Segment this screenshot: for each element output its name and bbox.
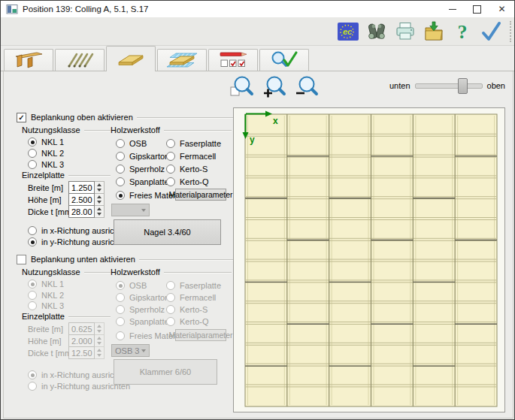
- zoom-toolbar: [229, 75, 320, 99]
- search-button[interactable]: [365, 20, 389, 44]
- maximize-button[interactable]: [465, 1, 489, 17]
- nkl2-unten-radio[interactable]: [28, 291, 37, 300]
- svg-text:?: ?: [458, 21, 468, 43]
- zoom-out-button[interactable]: [294, 75, 320, 99]
- settings-panel: ✓ Beplankung oben aktivieren Nutzungskla…: [12, 107, 233, 413]
- y-richtung-unten-radio[interactable]: [28, 382, 37, 391]
- eurocode-button[interactable]: ec: [336, 20, 360, 44]
- nkl2-oben-radio[interactable]: [28, 149, 37, 158]
- y-richtung-oben-radio[interactable]: [28, 237, 37, 246]
- beplankung-oben-checkbox[interactable]: ✓: [17, 113, 26, 122]
- review-icon: [268, 50, 301, 70]
- gipskarton-oben-radio[interactable]: [116, 152, 125, 161]
- dicke-unten-input[interactable]: 12.50: [68, 346, 95, 359]
- x-richtung-unten-radio[interactable]: [28, 370, 37, 379]
- dicke-unten-stepper[interactable]: [95, 346, 105, 359]
- minimize-icon: [449, 9, 456, 10]
- import-button[interactable]: [422, 20, 446, 44]
- zoom-out-icon: [294, 75, 320, 99]
- print-button[interactable]: [393, 20, 417, 44]
- einzelplatte-unten-label: Einzelplatte: [22, 312, 65, 321]
- hoehe-unten-input[interactable]: 2.000: [68, 334, 95, 347]
- kerto-s-unten-radio[interactable]: [166, 305, 175, 314]
- einzelplatte-oben-label: Einzelplatte: [22, 171, 65, 180]
- tab-page: unten oben ✓ Beplankung oben aktivieren …: [3, 71, 513, 418]
- nutzungsklasse-oben-label: Nutzungsklasse: [22, 125, 80, 134]
- tab-settings-form[interactable]: [208, 49, 258, 71]
- frame-icon: [12, 50, 45, 70]
- slider-track[interactable]: [415, 83, 483, 89]
- check-icon: [480, 20, 502, 43]
- help-icon: ?: [451, 20, 474, 43]
- verbindungsmittel-unten-button[interactable]: Klammer 6/60: [114, 359, 217, 385]
- nkl1-oben-radio[interactable]: [28, 137, 37, 147]
- app-window: Position 139: Colling A, 5.1, S.17 ✕ ec: [0, 0, 515, 420]
- y-axis-label: y: [250, 134, 255, 145]
- sperrholz-unten-radio[interactable]: [116, 305, 125, 314]
- breite-oben-stepper[interactable]: [95, 181, 105, 194]
- osb-oben-radio[interactable]: [116, 139, 125, 148]
- fermacell-unten-radio[interactable]: [166, 293, 175, 302]
- eurocode-icon: ec: [337, 20, 359, 43]
- slider-thumb[interactable]: [458, 78, 468, 94]
- tab-panel-bottom[interactable]: [157, 49, 207, 71]
- nkl3-oben-radio[interactable]: [28, 160, 37, 169]
- fermacell-oben-radio[interactable]: [166, 152, 175, 161]
- faserplatte-unten-radio[interactable]: [166, 281, 175, 290]
- hoehe-oben-input[interactable]: 2.500: [68, 193, 95, 206]
- app-icon: [6, 3, 18, 15]
- gipskarton-unten-radio[interactable]: [116, 293, 125, 302]
- freies-material-oben-radio[interactable]: [116, 191, 125, 200]
- zoom-fit-button[interactable]: [229, 75, 255, 99]
- dicke-oben-input[interactable]: 28.00: [68, 205, 95, 218]
- rods-icon: [63, 50, 96, 70]
- x-richtung-oben-radio[interactable]: [28, 226, 37, 235]
- slider-left-label: unten: [389, 81, 410, 90]
- breite-oben-input[interactable]: 1.250: [68, 181, 95, 194]
- tab-members[interactable]: [55, 49, 105, 71]
- spanplatte-oben-radio[interactable]: [116, 177, 125, 186]
- kerto-q-unten-radio[interactable]: [166, 317, 175, 326]
- svg-text:ec: ec: [343, 27, 352, 36]
- close-icon: ✕: [498, 5, 505, 14]
- dicke-oben-stepper[interactable]: [95, 205, 105, 218]
- tab-panel-top[interactable]: [106, 46, 156, 71]
- minimize-button[interactable]: [440, 1, 465, 17]
- osb-unten-radio[interactable]: [116, 281, 125, 290]
- hoehe-oben-stepper[interactable]: [95, 193, 105, 206]
- freies-material-unten-radio[interactable]: [116, 331, 125, 340]
- beplankung-unten-label: Beplankung unten aktivieren: [31, 255, 135, 264]
- x-axis-label: x: [273, 116, 278, 126]
- verbindungsmittel-oben-button[interactable]: Nagel 3.4/60: [114, 219, 221, 245]
- faserplatte-oben-radio[interactable]: [166, 139, 175, 148]
- nkl3-unten-radio[interactable]: [28, 301, 37, 310]
- calculate-button[interactable]: [479, 20, 503, 44]
- material-unten-combo[interactable]: OSB 3: [111, 344, 150, 357]
- zoom-in-icon: [262, 75, 287, 99]
- zoom-fit-icon: [229, 75, 255, 99]
- beplankung-unten-checkbox[interactable]: [17, 255, 26, 264]
- printer-icon: [394, 20, 417, 43]
- help-button[interactable]: ?: [450, 20, 474, 44]
- breite-unten-stepper[interactable]: [95, 322, 105, 335]
- materialparameter-oben-button[interactable]: Materialparameter: [175, 189, 226, 201]
- materialparameter-unten-button[interactable]: Materialparameter: [175, 329, 226, 341]
- kerto-q-oben-radio[interactable]: [166, 177, 175, 186]
- maximize-icon: [473, 5, 481, 14]
- zoom-in-button[interactable]: [262, 75, 287, 99]
- holzwerkstoff-unten-label: Holzwerkstoff: [111, 267, 160, 276]
- close-button[interactable]: ✕: [489, 1, 514, 17]
- spanplatte-unten-radio[interactable]: [116, 317, 125, 326]
- hoehe-unten-stepper[interactable]: [95, 334, 105, 347]
- kerto-s-oben-radio[interactable]: [166, 165, 175, 174]
- tab-frame[interactable]: [4, 49, 53, 71]
- material-oben-combo[interactable]: [111, 204, 150, 216]
- panel-hatched-icon: [165, 50, 198, 70]
- tab-review[interactable]: [259, 49, 309, 71]
- nkl1-unten-radio[interactable]: [28, 279, 37, 289]
- panel-layout-drawing: x y: [234, 108, 504, 412]
- form-icon: [217, 50, 250, 70]
- sperrholz-oben-radio[interactable]: [116, 165, 125, 174]
- breite-unten-input[interactable]: 0.625: [68, 322, 95, 335]
- drawing-viewport[interactable]: x y: [233, 107, 505, 412]
